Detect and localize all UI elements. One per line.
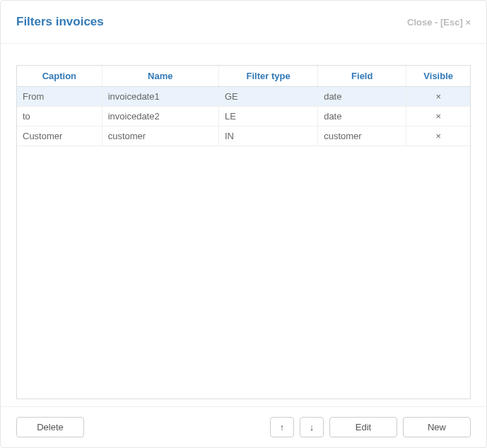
close-button[interactable]: Close - [Esc] ×: [407, 17, 471, 28]
table-row[interactable]: CustomercustomerINcustomer×: [17, 126, 470, 146]
dialog-header: Filters invoices Close - [Esc] ×: [1, 1, 486, 44]
col-filter-type[interactable]: Filter type: [218, 66, 317, 87]
col-caption[interactable]: Caption: [17, 66, 102, 87]
filters-table: Caption Name Filter type Field Visible F…: [17, 66, 470, 146]
new-button[interactable]: New: [403, 417, 471, 437]
table-row[interactable]: Frominvoicedate1GEdate×: [17, 87, 470, 107]
table-empty-space: [17, 146, 470, 399]
move-up-button[interactable]: ↑: [270, 417, 294, 437]
cell-name: invoicedate2: [102, 107, 218, 126]
dialog-footer: Delete ↑ ↓ Edit New: [1, 406, 486, 447]
col-name[interactable]: Name: [102, 66, 218, 87]
table-row[interactable]: toinvoicedate2LEdate×: [17, 107, 470, 126]
cell-caption: to: [17, 107, 102, 126]
cell-filter-type: GE: [218, 87, 317, 107]
cell-visible: ×: [406, 87, 470, 107]
arrow-up-icon: ↑: [280, 422, 285, 432]
cell-field: date: [318, 107, 406, 126]
filters-table-container: Caption Name Filter type Field Visible F…: [16, 65, 471, 399]
cell-filter-type: IN: [218, 126, 317, 146]
dialog-body: Caption Name Filter type Field Visible F…: [1, 44, 486, 406]
cell-caption: Customer: [17, 126, 102, 146]
cell-name: invoicedate1: [102, 87, 218, 107]
cell-field: date: [318, 87, 406, 107]
delete-button[interactable]: Delete: [16, 417, 84, 437]
col-field[interactable]: Field: [318, 66, 406, 87]
cell-name: customer: [102, 126, 218, 146]
cell-visible: ×: [406, 126, 470, 146]
table-header-row: Caption Name Filter type Field Visible: [17, 66, 470, 87]
col-visible[interactable]: Visible: [406, 66, 470, 87]
move-down-button[interactable]: ↓: [300, 417, 324, 437]
edit-button[interactable]: Edit: [329, 417, 397, 437]
cell-field: customer: [318, 126, 406, 146]
filters-dialog: Filters invoices Close - [Esc] × Caption…: [0, 0, 487, 448]
cell-filter-type: LE: [218, 107, 317, 126]
cell-visible: ×: [406, 107, 470, 126]
arrow-down-icon: ↓: [310, 422, 315, 432]
cell-caption: From: [17, 87, 102, 107]
dialog-title: Filters invoices: [16, 15, 104, 29]
